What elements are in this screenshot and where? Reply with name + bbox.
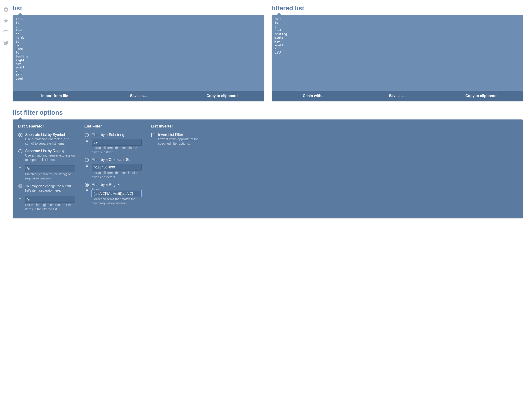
filter-charset-input[interactable] bbox=[92, 164, 141, 170]
output-panel: filtered list this is a list testing mig… bbox=[272, 5, 523, 101]
list-filter-heading: List Filter bbox=[84, 124, 141, 129]
options-title: list filter options bbox=[13, 109, 523, 116]
output-textarea[interactable]: this is a list testing might May small a… bbox=[272, 15, 523, 91]
list-filter-column: List Filter Filter by a Substring ❝ Extr… bbox=[84, 124, 141, 211]
twitter-icon[interactable] bbox=[3, 40, 9, 47]
save-as-button[interactable]: Save as... bbox=[355, 91, 439, 101]
invert-filter-label[interactable]: Invert List Filter bbox=[158, 133, 208, 137]
filter-charset-radio[interactable] bbox=[85, 158, 89, 162]
separator-glue-input[interactable] bbox=[25, 196, 75, 203]
list-inverter-column: List Inverter Invert List Filter Extract… bbox=[151, 124, 208, 211]
separate-by-regexp-label[interactable]: Separate List by Regexp bbox=[25, 149, 75, 153]
quote-icon: ❝ bbox=[86, 139, 88, 144]
filter-regexp-desc: Extract all items that match the given r… bbox=[92, 197, 141, 206]
help-icon[interactable]: ? bbox=[18, 184, 22, 188]
link-icon[interactable] bbox=[3, 29, 9, 36]
separate-by-regexp-radio[interactable] bbox=[18, 149, 22, 153]
separate-by-regexp-desc: Use a matching regular expression to sep… bbox=[25, 153, 75, 162]
separate-by-symbol-label[interactable]: Separate List by Symbol bbox=[25, 133, 75, 137]
output-panel-title: filtered list bbox=[272, 5, 523, 12]
filter-substring-radio[interactable] bbox=[85, 133, 89, 137]
list-inverter-heading: List Inverter bbox=[151, 124, 208, 129]
import-from-file-button[interactable]: Import from file bbox=[13, 91, 97, 101]
filter-charset-desc: Extract all items that consist of the gi… bbox=[92, 171, 141, 179]
separator-match-desc: Matching character (or string) or regula… bbox=[25, 172, 75, 181]
input-panel-title: list bbox=[13, 5, 264, 12]
filter-substring-desc: Extract all items that contain the given… bbox=[92, 146, 141, 155]
side-toolbar bbox=[2, 5, 10, 47]
chain-with-button[interactable]: Chain with... bbox=[272, 91, 355, 101]
save-as-button[interactable]: Save as... bbox=[97, 91, 180, 101]
gear-icon[interactable] bbox=[3, 7, 9, 14]
list-separator-heading: List Separator bbox=[18, 124, 75, 129]
filter-substring-input[interactable] bbox=[92, 139, 141, 146]
separator-glue-desc: Set the item glue character of the items… bbox=[25, 203, 75, 211]
panel-notch bbox=[277, 13, 281, 15]
filter-regexp-radio[interactable] bbox=[85, 183, 89, 187]
filter-charset-label[interactable]: Filter by a Character Set bbox=[92, 158, 141, 162]
filter-substring-label[interactable]: Filter by a Substring bbox=[92, 133, 141, 137]
options-card: List Separator Separate List by Symbol U… bbox=[13, 119, 523, 218]
output-separator-note: You may also change the output list's it… bbox=[25, 184, 75, 193]
filter-regexp-input[interactable] bbox=[92, 190, 141, 197]
quote-icon: ❝ bbox=[86, 164, 88, 169]
panel-notch bbox=[18, 13, 22, 15]
quote-icon: ❝ bbox=[19, 166, 22, 170]
separate-by-symbol-desc: Use a matching character (or a string) t… bbox=[25, 137, 75, 146]
list-separator-column: List Separator Separate List by Symbol U… bbox=[18, 124, 75, 211]
separate-by-symbol-radio[interactable] bbox=[18, 133, 22, 137]
copy-to-clipboard-button[interactable]: Copy to clipboard bbox=[439, 91, 523, 101]
separator-match-input[interactable] bbox=[25, 165, 75, 172]
input-panel: list this is a list of words to be used … bbox=[13, 5, 264, 101]
copy-to-clipboard-button[interactable]: Copy to clipboard bbox=[180, 91, 264, 101]
filter-regexp-label[interactable]: Filter by a Regexp bbox=[92, 183, 141, 187]
quote-icon: ❝ bbox=[19, 196, 22, 201]
invert-filter-desc: Extract items opposite of the specified … bbox=[158, 137, 208, 146]
star-icon[interactable] bbox=[3, 18, 9, 25]
panel-notch bbox=[18, 117, 22, 119]
quote-icon: ❝ bbox=[86, 188, 88, 193]
invert-filter-checkbox[interactable] bbox=[151, 133, 155, 137]
input-textarea[interactable]: this is a list of words to be used for t… bbox=[13, 15, 264, 91]
